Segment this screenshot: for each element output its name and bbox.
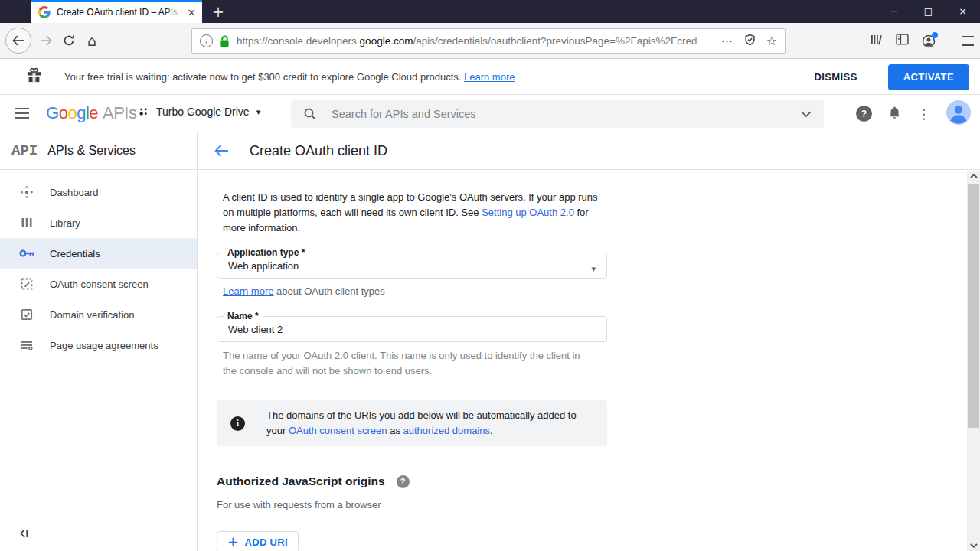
- sidebar-header: API APIs & Services: [0, 132, 197, 170]
- apis-wordmark: APIs: [103, 103, 136, 123]
- console-logo[interactable]: Google APIs: [46, 103, 136, 123]
- sidebars-icon[interactable]: [896, 34, 909, 48]
- scroll-down-icon[interactable]: [967, 543, 980, 548]
- learn-more-link[interactable]: Learn more: [464, 71, 514, 83]
- sidebar-item-label: Page usage agreements: [50, 340, 158, 351]
- oauth-consent-screen-link[interactable]: OAuth consent screen: [289, 425, 387, 436]
- reload-button[interactable]: [58, 31, 80, 50]
- console-menu-icon[interactable]: [15, 108, 29, 119]
- info-icon: i: [230, 416, 245, 431]
- activate-button[interactable]: ACTIVATE: [888, 64, 969, 90]
- pocket-shield-icon[interactable]: [744, 34, 756, 49]
- back-button[interactable]: [5, 28, 31, 54]
- https-lock-icon[interactable]: [220, 35, 230, 47]
- search-input[interactable]: [332, 108, 801, 120]
- notification-dot: [932, 32, 938, 38]
- maximize-button[interactable]: □: [911, 0, 946, 23]
- project-name: Turbo Google Drive: [156, 106, 250, 118]
- sidebar-item-credentials[interactable]: Credentials: [0, 238, 197, 269]
- sidebar: API APIs & Services Dashboard Library: [0, 132, 198, 551]
- name-field[interactable]: Name *: [217, 316, 607, 342]
- application-type-select[interactable]: Application type * Web application ▾: [217, 253, 607, 279]
- bookmark-star-icon[interactable]: ☆: [766, 34, 777, 48]
- help-icon[interactable]: ?: [856, 106, 872, 122]
- client-types-note: Learn more about OAuth client types: [223, 285, 967, 297]
- gift-icon: [25, 67, 43, 87]
- avatar[interactable]: [946, 100, 971, 128]
- sidebar-collapse-button[interactable]: [18, 528, 29, 539]
- vertical-scrollbar[interactable]: [967, 171, 980, 551]
- consent-screen-icon: [18, 277, 35, 291]
- authorized-domains-link[interactable]: authorized domains: [403, 425, 490, 436]
- notifications-bell-icon[interactable]: [888, 106, 901, 122]
- plus-icon: +: [227, 536, 239, 549]
- name-input[interactable]: [228, 324, 596, 335]
- learn-more-oauth-link[interactable]: Learn more: [223, 285, 273, 297]
- toolbar-separator: [949, 33, 949, 50]
- page-actions-icon[interactable]: ⋯: [721, 34, 733, 48]
- sidebar-item-label: Credentials: [50, 248, 100, 259]
- browser-tab[interactable]: Create OAuth client ID – APIs & ×: [31, 0, 202, 23]
- sidebar-item-label: Library: [50, 217, 80, 229]
- main-panel: Create OAuth client ID A client ID is us…: [198, 132, 980, 551]
- close-button[interactable]: ×: [946, 0, 980, 23]
- home-button[interactable]: ⌂: [81, 29, 103, 52]
- info-text: .: [490, 425, 493, 436]
- key-icon: [18, 249, 35, 258]
- nav-toolbar: ⌂ i https://console.developers.google.co…: [0, 23, 980, 59]
- firefox-account-icon[interactable]: [922, 34, 936, 48]
- forward-arrow-icon: [40, 35, 52, 46]
- page-back-button[interactable]: [214, 145, 229, 157]
- sidebar-item-label: Domain verification: [50, 309, 135, 321]
- toolbar-right: [870, 28, 974, 54]
- trial-banner: Your free trial is waiting: activate now…: [0, 60, 980, 95]
- url-prefix: https://console.developers.: [237, 35, 360, 47]
- url-path: /apis/credentials/oauthclient?previousPa…: [413, 35, 697, 47]
- forward-button[interactable]: [35, 31, 57, 50]
- library-columns-icon: [18, 216, 35, 230]
- sidebar-item-dashboard[interactable]: Dashboard: [0, 177, 197, 207]
- sidebar-item-library[interactable]: Library: [0, 207, 197, 238]
- address-bar[interactable]: i https://console.developers.google.com/…: [191, 28, 786, 54]
- library-icon[interactable]: [870, 34, 883, 49]
- sidebar-item-label: OAuth consent screen: [50, 279, 149, 290]
- name-label: Name *: [224, 311, 263, 321]
- site-info-icon[interactable]: i: [200, 34, 213, 47]
- sidebar-item-oauth-consent-screen[interactable]: OAuth consent screen: [0, 269, 197, 299]
- scrollbar-thumb[interactable]: [968, 184, 979, 428]
- sidebar-item-domain-verification[interactable]: Domain verification: [0, 299, 197, 330]
- sidebar-item-page-usage-agreements[interactable]: Page usage agreements: [0, 330, 197, 360]
- origins-section-header: Authorized JavaScript origins ?: [217, 474, 967, 488]
- header-actions: ? ⋮: [856, 95, 971, 132]
- project-selector[interactable]: Turbo Google Drive ▾: [138, 106, 260, 118]
- scroll-up-icon[interactable]: [967, 174, 980, 178]
- page-content: A client ID is used to identify a single…: [198, 171, 967, 551]
- add-uri-label: ADD URI: [245, 536, 288, 548]
- more-options-icon[interactable]: ⋮: [917, 106, 930, 122]
- titlebar: Create OAuth client ID – APIs & × + ─ □ …: [0, 0, 980, 23]
- setting-up-oauth-link[interactable]: Setting up OAuth 2.0: [482, 207, 574, 218]
- url-text[interactable]: https://console.developers.google.com/ap…: [237, 35, 715, 47]
- origins-subtext: For use with requests from a browser: [217, 499, 967, 510]
- search-chevron-down-icon[interactable]: [801, 111, 812, 118]
- minimize-button[interactable]: ─: [877, 0, 911, 23]
- project-selector-icon: [138, 106, 149, 118]
- tab-close-icon[interactable]: ×: [187, 7, 196, 18]
- info-box-text: The domains of the URIs you add below wi…: [266, 408, 588, 439]
- new-tab-button[interactable]: +: [205, 0, 231, 23]
- add-uri-button[interactable]: + ADD URI: [217, 531, 299, 551]
- reload-icon: [63, 34, 75, 47]
- dismiss-button[interactable]: DISMISS: [814, 71, 857, 83]
- application-type-value: Web application: [228, 260, 299, 272]
- url-domain: google.com: [360, 35, 413, 47]
- menu-icon[interactable]: [962, 36, 974, 45]
- search-bar[interactable]: [291, 100, 824, 128]
- collapse-chevron-icon: [18, 528, 29, 539]
- origins-help-icon[interactable]: ?: [397, 475, 410, 488]
- select-caret-icon: ▾: [591, 264, 596, 274]
- page-actions: ⋯ ☆: [721, 34, 777, 49]
- sidebar-title: APIs & Services: [47, 144, 136, 158]
- back-arrow-icon: [12, 35, 24, 46]
- agreements-list-gear-icon: [18, 338, 35, 352]
- search-icon: [303, 107, 317, 121]
